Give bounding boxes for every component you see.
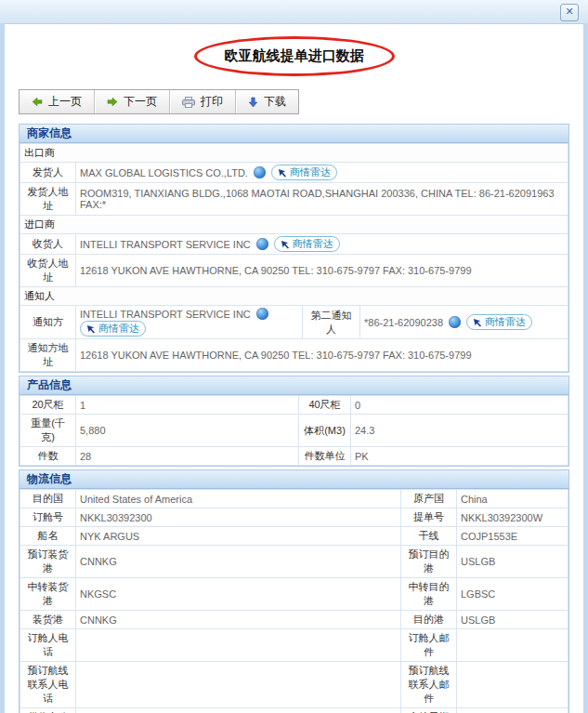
section-logistics-info: 物流信息 目的国 United States of America 原产国 Ch… — [19, 469, 569, 713]
second-notify-value: *86-21-62090238 — [364, 317, 443, 328]
window-titlebar: ✕ — [0, 0, 588, 24]
merchant-table: 出口商 发货人 MAX GLOBAL LOGISTICS CO.,LTD. 商情… — [20, 143, 568, 372]
field-label: 订舱人电话 — [20, 629, 76, 662]
field-label: 干线 — [401, 527, 457, 546]
table-row: 装货港 CNNKG 目的港 USLGB — [20, 611, 568, 629]
field-value: United States of America — [76, 490, 401, 508]
field-label: 预订目的港 — [401, 546, 457, 578]
globe-icon[interactable] — [256, 238, 268, 250]
field-label: 体积(M3) — [299, 415, 351, 447]
table-row: 订舱号 NKKL30392300 提单号 NKKL30392300W — [20, 508, 568, 527]
table-row: 重量(千克) 5,880 体积(M3) 24.3 — [20, 415, 568, 447]
table-row: 目的国 United States of America 原产国 China — [20, 490, 568, 508]
field-label: 中转目的港 — [401, 578, 457, 611]
field-label: 订舱号 — [20, 508, 76, 527]
table-row: 20尺柜 1 40尺柜 0 — [20, 396, 568, 415]
shangqing-radar-badge[interactable]: 商情雷达 — [271, 165, 337, 180]
field-value: 0 — [351, 396, 568, 415]
table-row: 收货人地址 12618 YUKON AVE HAWTHORNE, CA 9025… — [20, 255, 568, 287]
table-row: 件数 28 件数单位 PK — [20, 447, 568, 466]
window-frame-right — [583, 23, 588, 713]
field-label: 原产国 — [401, 490, 457, 508]
table-row: 船名 NYK ARGUS 干线 COJP1553E — [20, 527, 568, 546]
field-value: COJP1553E — [457, 527, 568, 546]
second-notify-label: 第二通知人 — [303, 306, 360, 339]
download-button[interactable]: 下载 — [236, 90, 298, 113]
table-row: 收货人 INTELLI TRANSPORT SERVICE INC 商情雷达 — [20, 234, 568, 255]
print-button[interactable]: 打印 — [170, 90, 236, 113]
field-value: 1 — [76, 396, 299, 415]
prev-page-label: 上一页 — [48, 94, 82, 110]
field-label: 40尺柜 — [299, 396, 351, 415]
field-value: NKKL30392300W — [457, 508, 568, 527]
product-section-header: 产品信息 — [20, 376, 568, 395]
field-value — [457, 662, 568, 708]
close-icon[interactable]: ✕ — [560, 4, 579, 21]
table-row: 订舱人电话 订舱人邮件 — [20, 629, 568, 662]
logistics-table: 目的国 United States of America 原产国 China 订… — [20, 489, 568, 713]
shipper-value: MAX GLOBAL LOGISTICS CO.,LTD. — [80, 167, 248, 178]
importer-subheader: 进口商 — [20, 216, 568, 234]
field-value: USLGB — [457, 611, 568, 629]
consignee-address-label: 收货人地址 — [20, 255, 76, 287]
table-row: 发货人地址 ROOM319, TIANXIANG BLDG.,1068 MAOT… — [20, 183, 568, 216]
radar-badge-label: 商情雷达 — [293, 237, 333, 251]
field-value: NANJING INTERNATIONALTRANSPORTATION — [76, 708, 401, 713]
next-page-button[interactable]: 下一页 — [95, 90, 170, 113]
exporter-subheader: 出口商 — [20, 144, 568, 163]
toolbar: 上一页 下一页 打印 下载 — [19, 89, 299, 114]
field-label: 预订航线联系人邮件 — [401, 662, 457, 708]
shipper-label: 发货人 — [20, 163, 76, 183]
field-label: 预订装货港 — [20, 546, 76, 578]
radar-arrow-icon — [473, 318, 482, 327]
dialog-content: 欧亚航线提单进口数据 上一页 下一页 打印 下载 商家信息 — [5, 24, 583, 713]
field-label: 件数 — [20, 447, 76, 466]
shangqing-radar-badge[interactable]: 商情雷达 — [274, 236, 340, 252]
table-row: 预订装货港 CNNKG 预订目的港 USLGB — [20, 546, 568, 578]
title-area: 欧亚航线提单进口数据 — [5, 36, 583, 81]
field-value — [76, 662, 401, 708]
field-value — [457, 629, 568, 662]
arrow-right-icon — [107, 97, 118, 107]
notify-address-value: 12618 YUKON AVE HAWTHORNE, CA 90250 TEL:… — [76, 339, 568, 372]
arrow-left-icon — [32, 97, 43, 107]
radar-arrow-icon — [278, 168, 287, 178]
next-page-label: 下一页 — [124, 94, 157, 110]
table-row: 进口商 — [20, 216, 568, 234]
shipper-address-label: 发货人地址 — [20, 183, 76, 216]
page-title: 欧亚航线提单进口数据 — [225, 47, 364, 63]
table-row: 预订航线联系人电话 预订航线联系人邮件 — [20, 662, 568, 708]
print-label: 打印 — [201, 94, 223, 110]
field-label: 目的国 — [20, 490, 76, 508]
notify-subheader: 通知人 — [20, 287, 568, 306]
globe-icon[interactable] — [256, 308, 268, 320]
field-label: 件数单位 — [299, 447, 351, 466]
consignee-address-value: 12618 YUKON AVE HAWTHORNE, CA 90250 TEL:… — [76, 255, 568, 287]
shangqing-radar-badge[interactable]: 商情雷达 — [466, 314, 532, 330]
red-ellipse-annotation: 欧亚航线提单进口数据 — [194, 36, 395, 76]
field-value: China — [457, 490, 568, 508]
globe-icon[interactable] — [449, 316, 461, 328]
arrow-down-icon — [248, 97, 258, 108]
logistics-section-header: 物流信息 — [20, 470, 568, 489]
notify-value: INTELLI TRANSPORT SERVICE INC — [80, 309, 251, 320]
field-value: LGBSC — [457, 578, 568, 611]
field-label: 启航日期 — [401, 708, 457, 713]
notify-address-label: 通知方地址 — [20, 339, 76, 372]
radar-arrow-icon — [86, 324, 96, 334]
field-label: 提单号 — [401, 508, 457, 527]
table-row: 发货人 MAX GLOBAL LOGISTICS CO.,LTD. 商情雷达 — [20, 163, 568, 183]
table-row: 通知方地址 12618 YUKON AVE HAWTHORNE, CA 9025… — [20, 339, 568, 372]
shangqing-radar-badge[interactable]: 商情雷达 — [80, 321, 146, 337]
globe-icon[interactable] — [254, 166, 266, 178]
radar-badge-label: 商情雷达 — [290, 165, 331, 179]
table-row: 中转装货港 NKGSC 中转目的港 LGBSC — [20, 578, 568, 611]
prev-page-button[interactable]: 上一页 — [20, 90, 95, 113]
section-product-info: 产品信息 20尺柜 1 40尺柜 0 重量(千克) 5,880 体积(M3) 2… — [19, 376, 569, 467]
table-row: 通知人 — [20, 287, 568, 306]
field-label: 重量(千克) — [20, 415, 76, 447]
printer-icon — [182, 97, 195, 108]
download-label: 下载 — [264, 94, 286, 110]
field-label: 货代名称 — [20, 708, 76, 713]
field-label: 预订航线联系人电话 — [20, 662, 76, 708]
